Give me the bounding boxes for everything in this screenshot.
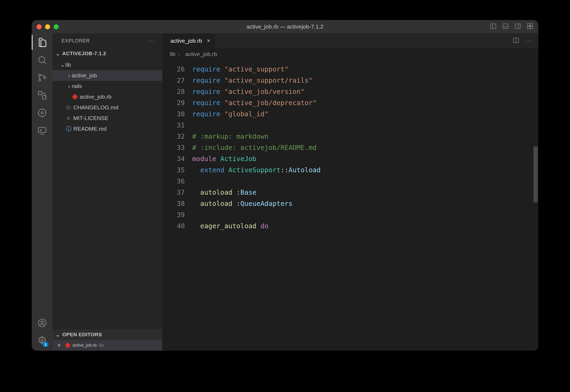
svg-rect-9	[530, 26, 533, 29]
open-editors-label: OPEN EDITORS	[62, 332, 102, 338]
open-editor-item[interactable]: × active_job.rb lib	[53, 340, 162, 351]
tree-label: CHANGELOG.md	[73, 104, 118, 111]
chevron-right-icon: ›	[66, 72, 72, 79]
project-section-header[interactable]: ⌄ ACTIVEJOB-7.1.2	[53, 48, 162, 59]
settings-badge: 1	[43, 342, 49, 347]
minimize-window-button[interactable]	[45, 24, 50, 29]
tree-label: MIT-LICENSE	[73, 115, 109, 121]
svg-rect-6	[527, 23, 530, 26]
tree-folder-lib[interactable]: ⌄ lib	[53, 59, 162, 70]
chevron-right-icon: ›	[178, 51, 180, 57]
info-icon: ⓘ	[65, 125, 72, 133]
history-icon: ◴	[65, 104, 72, 111]
open-editors-header[interactable]: ⌄ OPEN EDITORS	[53, 329, 162, 340]
svg-point-14	[44, 77, 46, 79]
svg-rect-2	[503, 24, 508, 28]
chevron-down-icon: ⌄	[56, 51, 60, 57]
chevron-down-icon: ⌄	[60, 62, 65, 68]
svg-point-10	[39, 57, 45, 62]
vscode-window: active_job.rb — activejob-7.1.2	[32, 20, 538, 351]
titlebar: active_job.rb — activejob-7.1.2	[32, 20, 538, 33]
ruby-file-icon	[72, 95, 78, 99]
tree-folder-active-job[interactable]: › active_job	[53, 70, 162, 81]
tree-file-changelog[interactable]: ◴ CHANGELOG.md	[53, 102, 162, 113]
editor-tabs: active_job.rb × ···	[162, 33, 538, 48]
tree-label: lib	[65, 62, 71, 68]
customize-layout-icon[interactable]	[527, 23, 533, 31]
explorer-activity-icon[interactable]	[37, 37, 47, 48]
text-file-icon: ≡	[65, 115, 72, 121]
tab-active-job-rb[interactable]: active_job.rb ×	[162, 33, 215, 48]
code-editor[interactable]: 262728293031323334353637383940 require "…	[162, 60, 538, 351]
editor-more-icon[interactable]: ···	[525, 37, 532, 45]
svg-rect-7	[530, 23, 533, 26]
tree-file-license[interactable]: ≡ MIT-LICENSE	[53, 113, 162, 123]
tree-folder-rails[interactable]: › rails	[53, 81, 162, 91]
open-editor-path: lib	[99, 342, 104, 348]
toggle-secondary-sidebar-icon[interactable]	[514, 23, 521, 31]
toggle-primary-sidebar-icon[interactable]	[490, 23, 497, 31]
chevron-right-icon: ›	[66, 83, 72, 89]
tree-label: rails	[72, 83, 82, 89]
source-control-activity-icon[interactable]	[37, 72, 47, 83]
svg-rect-19	[38, 127, 46, 133]
toggle-panel-icon[interactable]	[502, 23, 509, 31]
settings-icon[interactable]: 1	[37, 335, 47, 346]
svg-rect-0	[491, 24, 496, 28]
window-title: active_job.rb — activejob-7.1.2	[247, 23, 323, 30]
svg-line-11	[44, 62, 46, 64]
extensions-activity-icon[interactable]	[37, 107, 47, 118]
breadcrumb-segment[interactable]: lib	[170, 51, 175, 57]
svg-point-21	[41, 321, 43, 323]
split-editor-icon[interactable]	[513, 37, 520, 45]
breadcrumb-segment[interactable]: active_job.rb	[185, 51, 217, 57]
search-activity-icon[interactable]	[37, 55, 47, 65]
run-debug-activity-icon[interactable]	[37, 90, 47, 101]
file-tree: ⌄ lib › active_job › rails active_job.rb	[53, 59, 162, 329]
project-name: ACTIVEJOB-7.1.2	[62, 51, 106, 57]
svg-point-13	[39, 79, 41, 81]
svg-rect-16	[43, 96, 46, 99]
maximize-window-button[interactable]	[54, 24, 59, 29]
close-icon[interactable]: ×	[57, 342, 61, 349]
code-content[interactable]: require "active_support"require "active_…	[192, 60, 538, 351]
tree-label: active_job	[72, 72, 97, 79]
close-tab-icon[interactable]: ×	[207, 37, 210, 44]
editor-group: active_job.rb × ··· lib › active_job.rb …	[162, 33, 538, 351]
tree-label: active_job.rb	[80, 94, 111, 100]
svg-point-12	[39, 74, 41, 76]
sidebar: EXPLORER ··· ⌄ ACTIVEJOB-7.1.2 ⌄ lib › a…	[53, 33, 162, 351]
svg-rect-4	[515, 24, 520, 28]
accounts-icon[interactable]	[37, 318, 47, 328]
svg-point-22	[41, 339, 43, 342]
tree-file-readme[interactable]: ⓘ README.md	[53, 123, 162, 134]
open-editor-file: active_job.rb	[73, 343, 97, 348]
sidebar-title: EXPLORER	[62, 38, 90, 44]
line-number-gutter: 262728293031323334353637383940	[162, 60, 192, 351]
svg-point-17	[38, 109, 46, 117]
svg-point-18	[41, 112, 43, 114]
tree-label: README.md	[73, 126, 107, 132]
tab-label: active_job.rb	[170, 38, 202, 44]
tree-file-active-job-rb[interactable]: active_job.rb	[53, 91, 162, 102]
svg-rect-15	[38, 91, 42, 95]
remote-activity-icon[interactable]	[37, 125, 47, 136]
scrollbar-thumb[interactable]	[533, 146, 538, 202]
chevron-down-icon: ⌄	[56, 332, 60, 338]
close-window-button[interactable]	[37, 24, 42, 29]
svg-rect-8	[527, 26, 530, 29]
sidebar-more-icon[interactable]: ···	[148, 37, 155, 45]
breadcrumbs[interactable]: lib › active_job.rb	[162, 48, 538, 60]
sidebar-header: EXPLORER ···	[53, 33, 162, 48]
activity-bar: 1	[32, 33, 53, 351]
ruby-file-icon	[65, 343, 71, 347]
